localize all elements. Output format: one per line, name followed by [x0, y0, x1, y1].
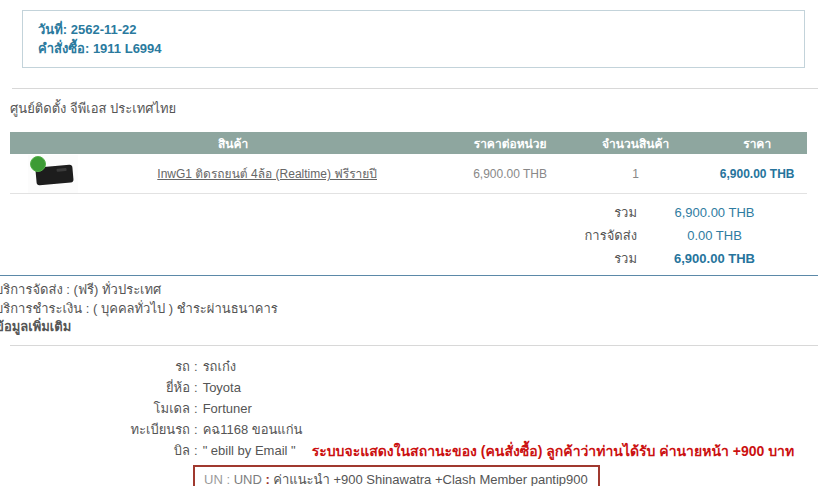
- green-badge-icon: [30, 156, 46, 172]
- detail-row-brand: ยี่ห้อ : Toyota: [0, 377, 818, 398]
- payment-service-line: บริการชำระเงิน : ( บุคคลทั่วไป ) ชำระผ่า…: [0, 300, 818, 319]
- grand-total-row: รวม 6,900.00 THB: [0, 247, 792, 270]
- subtotal-row: รวม 6,900.00 THB: [0, 201, 792, 224]
- column-header-unit-price: ราคาต่อหน่วย: [456, 134, 564, 153]
- order-date-line: วันที่: 2562-11-22: [38, 20, 789, 39]
- order-info-box: วันที่: 2562-11-22 คำสั่งซื้อ: 1911 L699…: [22, 10, 805, 68]
- product-cell: InwG1 ติดรถยนต์ 4ล้อ (Realtime) ฟรีรายปี: [10, 155, 456, 193]
- detail-label: ยี่ห้อ: [0, 377, 190, 398]
- detail-colon: :: [190, 443, 203, 458]
- store-heading: ศูนย์ติดตั้ง จีพีเอส ประเทศไทย: [10, 98, 818, 119]
- detail-colon: :: [190, 422, 203, 437]
- order-number-value: 1911 L6994: [93, 41, 162, 56]
- quantity-cell: 1: [564, 167, 707, 181]
- divider: [10, 345, 818, 346]
- order-totals: รวม 6,900.00 THB การจัดส่ง 0.00 THB รวม …: [0, 201, 792, 270]
- un-label: UN :: [204, 472, 230, 486]
- subtotal-label: รวม: [614, 202, 637, 223]
- product-link[interactable]: InwG1 ติดรถยนต์ 4ล้อ (Realtime) ฟรีรายปี: [78, 164, 456, 183]
- product-thumbnail[interactable]: [28, 155, 78, 193]
- divider: [0, 275, 818, 276]
- order-confirmation-page: วันที่: 2562-11-22 คำสั่งซื้อ: 1911 L699…: [0, 0, 818, 486]
- detail-row-bill: บิล : " ebill by Email " ระบบจะแสดงในสถา…: [0, 440, 818, 462]
- column-header-price: ราคา: [707, 134, 807, 153]
- column-header-product: สินค้า: [10, 134, 456, 153]
- detail-label: ทะเบียนรถ: [0, 419, 190, 440]
- detail-row-license-plate: ทะเบียนรถ : คฉ1168 ขอนแก่น: [0, 419, 818, 440]
- detail-value: คฉ1168 ขอนแก่น: [203, 419, 303, 440]
- detail-label: บิล: [0, 440, 190, 461]
- detail-row-car-type: รถ : รถเก๋ง: [0, 356, 818, 377]
- table-row: InwG1 ติดรถยนต์ 4ล้อ (Realtime) ฟรีรายปี…: [10, 154, 807, 194]
- detail-label: โมเดล: [0, 398, 190, 419]
- divider: [12, 88, 818, 89]
- shipping-label: การจัดส่ง: [585, 225, 638, 246]
- detail-colon: :: [190, 380, 203, 395]
- shipping-row: การจัดส่ง 0.00 THB: [0, 224, 792, 247]
- detail-colon: :: [190, 401, 203, 416]
- order-details: รถ : รถเก๋ง ยี่ห้อ : Toyota โมเดล : Fort…: [0, 356, 818, 486]
- order-number-label: คำสั่งซื้อ:: [38, 41, 89, 56]
- service-info: บริการจัดส่ง : (ฟรี) ทั่วประเทศ บริการชำ…: [0, 281, 818, 337]
- un-separator: :: [262, 472, 274, 486]
- un-row: UN : UND : ค่าแนะนำ +900 Shinawatra +Cla…: [193, 465, 818, 486]
- order-number-line: คำสั่งซื้อ: 1911 L6994: [38, 39, 789, 58]
- grand-total-value: 6,900.00 THB: [637, 251, 792, 266]
- detail-label: รถ: [0, 356, 190, 377]
- more-info-heading: ข้อมูลเพิ่มเติม: [0, 318, 818, 337]
- detail-value: Fortuner: [203, 401, 252, 416]
- column-header-quantity: จำนวนสินค้า: [564, 134, 707, 153]
- detail-value: รถเก๋ง: [203, 356, 237, 377]
- detail-row-model: โมเดล : Fortuner: [0, 398, 818, 419]
- product-table-header: สินค้า ราคาต่อหน่วย จำนวนสินค้า ราคา: [10, 132, 807, 154]
- row-total-cell: 6,900.00 THB: [707, 167, 807, 181]
- un-value-prefix: UND: [234, 472, 262, 486]
- product-table: สินค้า ราคาต่อหน่วย จำนวนสินค้า ราคา Inw…: [10, 132, 807, 194]
- commission-annotation: ระบบจะแสดงในสถานะของ (คนสั่งซื้อ) ลูกค้า…: [312, 440, 794, 462]
- subtotal-value: 6,900.00 THB: [637, 205, 792, 220]
- order-date-label: วันที่:: [38, 22, 67, 37]
- shipping-service-line: บริการจัดส่ง : (ฟรี) ทั่วประเทศ: [0, 281, 818, 300]
- detail-value: Toyota: [203, 380, 241, 395]
- un-value: ค่าแนะนำ +900 Shinawatra +Clash Member p…: [273, 472, 587, 486]
- referral-warning-box: UN : UND : ค่าแนะนำ +900 Shinawatra +Cla…: [193, 465, 600, 486]
- shipping-value: 0.00 THB: [637, 228, 792, 243]
- detail-value: " ebill by Email ": [203, 443, 296, 458]
- detail-colon: :: [190, 359, 203, 374]
- grand-total-label: รวม: [614, 248, 637, 269]
- order-date-value: 2562-11-22: [71, 22, 137, 37]
- unit-price-cell: 6,900.00 THB: [456, 167, 564, 181]
